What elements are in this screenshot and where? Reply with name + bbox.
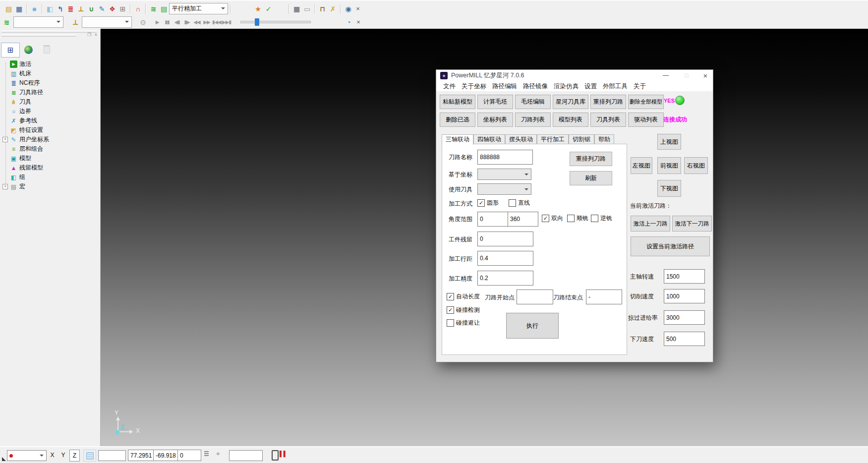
tool-ball-icon[interactable]	[76, 3, 86, 14]
tree-item-toolpaths[interactable]: 刀具路径	[0, 88, 43, 97]
toolpath-select-dropdown[interactable]	[13, 16, 63, 28]
reorder-toolpaths-button[interactable]: 重排列刀路	[590, 95, 626, 109]
cylinders-icon[interactable]	[343, 3, 353, 14]
drag-grip[interactable]	[1, 34, 76, 37]
open-file-icon[interactable]	[3, 3, 14, 14]
tab-saw[interactable]: 切割锯	[569, 134, 594, 144]
slider-handle[interactable]	[255, 18, 259, 26]
view-top-button[interactable]: 上视图	[657, 134, 681, 150]
expand-icon[interactable]: +	[2, 184, 8, 189]
skip-to-start-button[interactable]: ▮◀◀	[212, 19, 222, 25]
tree-item-levels-and-sets[interactable]: 层和组合	[0, 144, 43, 154]
step-forward-button[interactable]: ▮▶	[182, 19, 192, 25]
conventional-mill-checkbox[interactable]: 逆铣	[591, 214, 612, 223]
menu-external-tools[interactable]: 外部工具	[603, 82, 628, 91]
collision-check-checkbox[interactable]: ✓ 碰撞检测	[447, 306, 480, 314]
toolbar-close-icon[interactable]: ×	[354, 18, 363, 27]
measure-icon[interactable]	[302, 3, 312, 14]
toolpath-list-button[interactable]: 刀路列表	[515, 113, 551, 127]
axis-z-button[interactable]: Z	[69, 450, 80, 462]
menu-about-coords[interactable]: 关于坐标	[462, 82, 486, 91]
model-list-button[interactable]: 模型列表	[553, 113, 588, 127]
tool-verify-icon[interactable]	[263, 3, 274, 14]
tree-item-macros[interactable]: + 宏	[0, 182, 25, 191]
tab-explorer-tree[interactable]	[1, 43, 20, 58]
tree-item-activate[interactable]: 激活	[0, 59, 31, 69]
float-panel-icon[interactable]: ❐	[87, 33, 91, 37]
spindle-speed-input[interactable]: 1500	[664, 269, 705, 284]
tree-item-machine-tools[interactable]: 机床	[0, 69, 31, 78]
set-active-path-button[interactable]: 设置当前激活路径	[631, 236, 710, 256]
climb-mill-checkbox[interactable]: 顺铣	[567, 214, 588, 223]
execute-button[interactable]: 执行	[506, 313, 559, 339]
delete-all-models-button[interactable]: 删除全部模型	[628, 95, 664, 109]
grid-toggle-button[interactable]	[83, 450, 96, 462]
tool-pair-icon[interactable]	[317, 3, 328, 14]
view-front-button[interactable]: 前视图	[657, 157, 681, 174]
tolerance-input[interactable]: 0.2	[477, 271, 533, 286]
tool-list-button[interactable]: 刀具列表	[590, 113, 626, 127]
tab-explorer-trash[interactable]	[38, 43, 56, 57]
tab-explorer-globe[interactable]	[19, 43, 37, 57]
expand-icon[interactable]: +	[2, 137, 8, 142]
resize-grip[interactable]	[2, 457, 6, 461]
tree-item-models[interactable]: 模型	[0, 154, 31, 163]
based-coord-dropdown[interactable]	[477, 169, 531, 180]
use-tool-dropdown[interactable]	[477, 183, 531, 195]
block-edit-button[interactable]: 毛坯编辑	[515, 95, 551, 109]
machining-strategy-dropdown[interactable]: 平行精加工	[169, 3, 228, 14]
pattern-draw-icon[interactable]	[97, 3, 107, 14]
tool-select-icon[interactable]	[70, 17, 81, 27]
rewind-button[interactable]: ◀◀	[192, 19, 202, 25]
drive-list-button[interactable]: 驱动列表	[628, 113, 664, 127]
tree-item-stock-models[interactable]: 残留模型	[0, 163, 43, 173]
refresh-button[interactable]: 刷新	[570, 171, 612, 185]
menu-path-edit[interactable]: 路径编辑	[492, 82, 517, 91]
tree-item-workplanes[interactable]: + 用户坐标系	[0, 135, 49, 144]
auto-length-checkbox[interactable]: ✓ 自动长度	[447, 292, 480, 301]
menu-about[interactable]: 关于	[634, 82, 646, 91]
toolpath-icon[interactable]	[148, 3, 159, 14]
close-button[interactable]: ×	[698, 70, 713, 81]
angle-end-input[interactable]: 360	[508, 212, 538, 227]
rearrange-toolpath-button[interactable]: 重排列刀路	[570, 152, 612, 166]
grid-size-field[interactable]	[98, 450, 126, 461]
activate-prev-toolpath-button[interactable]: 激活上一刀路	[631, 216, 670, 232]
toolpath-icon[interactable]	[1, 17, 12, 27]
cross-arrows-icon[interactable]	[328, 3, 338, 14]
tool-star-icon[interactable]	[253, 3, 263, 14]
tree-item-patterns[interactable]: 参考线	[0, 116, 37, 125]
locate-probe-icon[interactable]: ⌖	[216, 450, 220, 458]
view-bottom-button[interactable]: 下视图	[657, 180, 681, 197]
drag-grip[interactable]	[1, 30, 97, 33]
angle-start-input[interactable]: 0	[477, 212, 508, 227]
cursor-y-field[interactable]: -69.918	[153, 450, 178, 461]
bidirectional-checkbox[interactable]: ✓ 双向	[542, 214, 563, 223]
menu-settings[interactable]: 设置	[584, 82, 597, 91]
cursor-x-field[interactable]: 77.2951	[128, 450, 154, 461]
lightbulb-icon[interactable]	[138, 17, 148, 27]
clock-icon[interactable]	[344, 17, 354, 27]
tool-select-dropdown[interactable]	[82, 16, 132, 28]
z-levels-icon[interactable]	[65, 3, 76, 14]
menu-file[interactable]: 文件	[443, 82, 456, 91]
menu-path-mirror[interactable]: 路径镜像	[523, 82, 548, 91]
tree-item-groups[interactable]: 组	[0, 173, 25, 182]
cursor-z-field[interactable]: 0	[177, 450, 201, 461]
coordinate-list-icon[interactable]	[204, 451, 209, 457]
tab-parallel[interactable]: 平行加工	[537, 134, 569, 144]
simulation-speed-slider[interactable]	[240, 21, 311, 23]
skim-feed-input[interactable]: 3000	[664, 310, 705, 325]
view-left-button[interactable]: 左视图	[631, 157, 652, 174]
tab-4axis[interactable]: 四轴联动	[473, 134, 505, 144]
menu-render-sim[interactable]: 渲染仿真	[554, 82, 579, 91]
tool-library-button[interactable]: 星河刀具库	[553, 95, 588, 109]
tree-item-tools[interactable]: 刀具	[0, 97, 31, 107]
cutting-feed-input[interactable]: 1000	[664, 289, 705, 303]
view-right-button[interactable]: 右视图	[684, 157, 708, 174]
play-button[interactable]: ▶	[152, 19, 162, 25]
tree-item-feature-sets[interactable]: 特征设置	[0, 125, 43, 135]
close-panel-icon[interactable]: ×	[95, 33, 97, 37]
boundary-u-icon[interactable]	[86, 3, 97, 14]
toolpath-strategy-icon[interactable]	[55, 3, 65, 14]
